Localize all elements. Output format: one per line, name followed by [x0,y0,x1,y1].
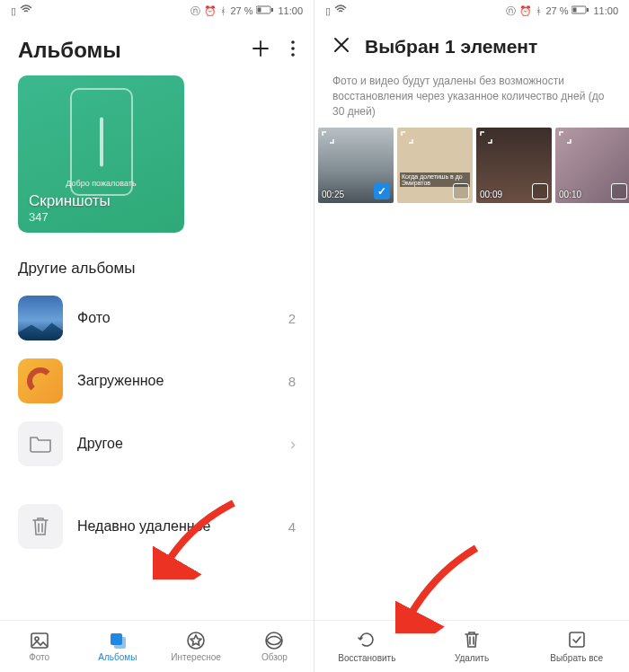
nav-label: Обзор [261,652,288,662]
action-label: Выбрать все [550,653,603,663]
battery-text: 27 % [230,5,252,16]
album-row-recently-deleted[interactable]: Недавно удаленное 4 [0,495,314,558]
album-card-screenshots[interactable]: Добро пожаловать Скриншоты 347 [18,75,184,233]
svg-rect-6 [31,633,48,648]
album-row-label: Другое [77,436,270,452]
svg-rect-9 [114,637,126,649]
selection-checkbox[interactable] [611,183,627,199]
battery-icon [571,5,589,16]
action-label: Восстановить [338,653,395,663]
battery-icon [256,5,274,16]
select-all-icon [567,630,587,651]
nav-albums[interactable]: Альбомы [78,621,156,672]
album-row-label: Недавно удаленное [77,518,274,535]
add-button[interactable] [251,39,270,62]
nav-label: Интересное [171,652,221,662]
selection-checkbox[interactable] [453,183,469,199]
svg-point-5 [291,53,295,57]
selection-checkbox[interactable] [532,183,548,199]
nfc-icon: ⓝ [190,4,200,18]
nav-photo[interactable]: Фото [0,621,78,672]
battery-text: 27 % [545,5,568,16]
folder-icon [18,421,63,466]
album-row-count: 2 [288,311,296,326]
action-bar: Восстановить Удалить Выбрать все [314,620,629,672]
svg-point-3 [291,40,295,44]
action-label: Удалить [455,653,489,663]
select-all-button[interactable]: Выбрать все [524,621,629,672]
chevron-right-icon: › [290,435,296,454]
trash-icon [462,630,482,651]
nfc-icon: ⓝ [506,4,516,18]
photo-thumb-icon [18,296,63,340]
video-duration: 00:10 [559,190,581,199]
album-row-other[interactable]: Другое › [0,412,314,475]
album-row-label: Загруженное [77,373,274,389]
star-icon [186,631,206,650]
album-row-count: 4 [288,519,296,535]
wifi-icon [20,4,32,17]
svg-rect-14 [587,8,589,12]
bottom-nav: Фото Альбомы Интересное Обзор [0,620,314,672]
nav-discover[interactable]: Интересное [157,621,235,672]
bluetooth-icon: ᚼ [220,5,226,16]
download-thumb-icon [18,358,63,403]
svg-rect-1 [258,8,261,13]
nav-label: Альбомы [98,652,137,662]
restore-button[interactable]: Восстановить [314,621,420,672]
photo-icon [30,631,49,650]
album-row-photo[interactable]: Фото 2 [0,287,314,349]
expand-icon [480,131,492,146]
svg-point-7 [35,637,39,641]
thumbnail-item[interactable]: Когда долетишь в до Эмиратов [397,128,473,203]
svg-point-4 [291,47,295,50]
selection-title: Выбран 1 элемент [365,36,537,57]
time-text: 11:00 [278,5,303,16]
restore-icon [357,630,377,651]
page-title: Альбомы [18,38,121,63]
nav-browse[interactable]: Обзор [235,621,314,672]
delete-button[interactable]: Удалить [420,621,525,672]
svg-rect-2 [271,8,273,12]
other-albums-title: Другие альбомы [0,233,314,287]
status-bar: ▯ ⓝ ⏰ ᚼ 27 % 11:00 [314,0,629,22]
deletion-info-text: Фото и видео будут удалены без возможнос… [314,65,629,128]
close-button[interactable] [332,36,350,57]
wifi-icon [334,4,347,17]
thumbnail-item[interactable]: 00:09 [476,128,552,203]
screen-albums: ▯ ⓝ ⏰ ᚼ 27 % 11:00 Альбомы [0,0,314,672]
header: Альбомы [0,22,314,72]
welcome-text: Добро пожаловать [18,179,184,188]
selection-checkbox[interactable] [374,183,390,199]
album-row-label: Фото [77,310,274,326]
time-text: 11:00 [593,5,618,16]
more-button[interactable] [290,39,296,62]
bluetooth-icon: ᚼ [536,5,542,16]
sim-icon: ▯ [11,5,16,17]
album-row-count: 8 [288,374,296,389]
header: Выбран 1 элемент [314,22,629,65]
screen-selection: ▯ ⓝ ⏰ ᚼ 27 % 11:00 Выбран 1 элемент Фото… [314,0,629,672]
album-row-downloads[interactable]: Загруженное 8 [0,349,314,412]
video-duration: 00:25 [322,190,344,199]
svg-rect-15 [570,632,584,647]
svg-rect-13 [573,8,577,13]
alarm-icon: ⏰ [204,5,217,17]
trash-icon [18,504,63,549]
video-duration: 00:09 [480,190,502,199]
expand-icon [401,131,413,146]
thumbnail-item[interactable]: 00:25 [318,128,394,203]
status-bar: ▯ ⓝ ⏰ ᚼ 27 % 11:00 [0,0,314,22]
svg-point-11 [266,632,282,649]
albums-icon [108,631,128,650]
alarm-icon: ⏰ [519,5,532,17]
expand-icon [322,131,334,146]
album-card-count: 347 [29,210,173,224]
expand-icon [559,131,571,146]
nav-label: Фото [29,652,49,662]
thumbnail-grid: 00:25 Когда долетишь в до Эмиратов 00:09… [314,128,629,203]
sim-icon: ▯ [325,5,331,17]
globe-icon [264,631,284,650]
thumbnail-item[interactable]: 00:10 [555,128,629,203]
